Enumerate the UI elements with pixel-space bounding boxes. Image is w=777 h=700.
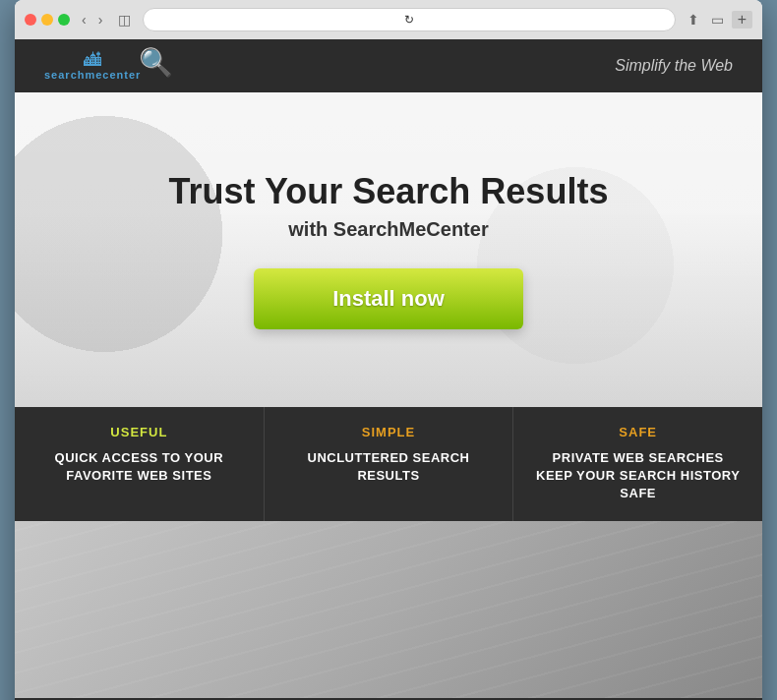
feature-useful-label: USEFUL: [34, 425, 244, 439]
browser-window: ‹ › ◫ ↻ ⬆ ▭ + 🏙 searchmecenter 🔍 Simplif…: [15, 0, 762, 700]
site-header: 🏙 searchmecenter 🔍 Simplify the Web: [15, 39, 762, 92]
new-tab-button[interactable]: +: [732, 11, 752, 29]
page-content: 🏙 searchmecenter 🔍 Simplify the Web Trus…: [15, 39, 762, 700]
hero-background: [15, 92, 762, 407]
fullscreen-button[interactable]: [58, 14, 70, 26]
nav-buttons: ‹ ›: [78, 10, 106, 29]
hero-subtitle: with SearchMeCenter: [288, 218, 488, 241]
features-bar: USEFUL QUICK ACCESS TO YOUR FAVORITE WEB…: [15, 407, 762, 521]
forward-button[interactable]: ›: [94, 10, 107, 29]
feature-simple-description: UNCLUTTERED SEARCH RESULTS: [284, 449, 494, 485]
logo-text-container: 🏙 searchmecenter: [44, 51, 141, 81]
hero-section: Trust Your Search Results with SearchMeC…: [15, 92, 762, 407]
logo-name: searchmecenter: [44, 69, 141, 81]
feature-safe-description: PRIVATE WEB SEARCHES KEEP YOUR SEARCH HI…: [533, 449, 743, 503]
address-bar[interactable]: ↻: [143, 8, 675, 31]
reload-icon: ↻: [404, 13, 414, 27]
traffic-lights: [25, 14, 70, 26]
hero-bottom-background: [15, 521, 762, 698]
logo-area: 🏙 searchmecenter 🔍: [44, 51, 173, 81]
install-button[interactable]: Install now: [254, 268, 523, 329]
toolbar-right: ⬆ ▭ +: [684, 10, 752, 29]
header-tagline: Simplify the Web: [615, 57, 733, 75]
logo-buildings-icon: 🏙: [84, 51, 101, 69]
close-button[interactable]: [25, 14, 36, 26]
share-button[interactable]: ⬆: [684, 10, 703, 29]
feature-simple-label: SIMPLE: [284, 425, 494, 439]
feature-useful-description: QUICK ACCESS TO YOUR FAVORITE WEB SITES: [34, 449, 244, 485]
browser-chrome: ‹ › ◫ ↻ ⬆ ▭ +: [15, 0, 762, 39]
feature-safe-label: SAFE: [533, 425, 743, 439]
feature-safe: SAFE PRIVATE WEB SEARCHES KEEP YOUR SEAR…: [513, 407, 762, 521]
minimize-button[interactable]: [41, 14, 53, 26]
hero-title: Trust Your Search Results: [169, 171, 609, 212]
tab-view-button[interactable]: ▭: [707, 10, 728, 29]
tab-switcher-button[interactable]: ◫: [114, 10, 135, 29]
logo-magnifier-icon: 🔍: [139, 46, 173, 79]
back-button[interactable]: ‹: [78, 10, 90, 29]
feature-useful: USEFUL QUICK ACCESS TO YOUR FAVORITE WEB…: [15, 407, 265, 521]
feature-simple: SIMPLE UNCLUTTERED SEARCH RESULTS: [265, 407, 514, 521]
